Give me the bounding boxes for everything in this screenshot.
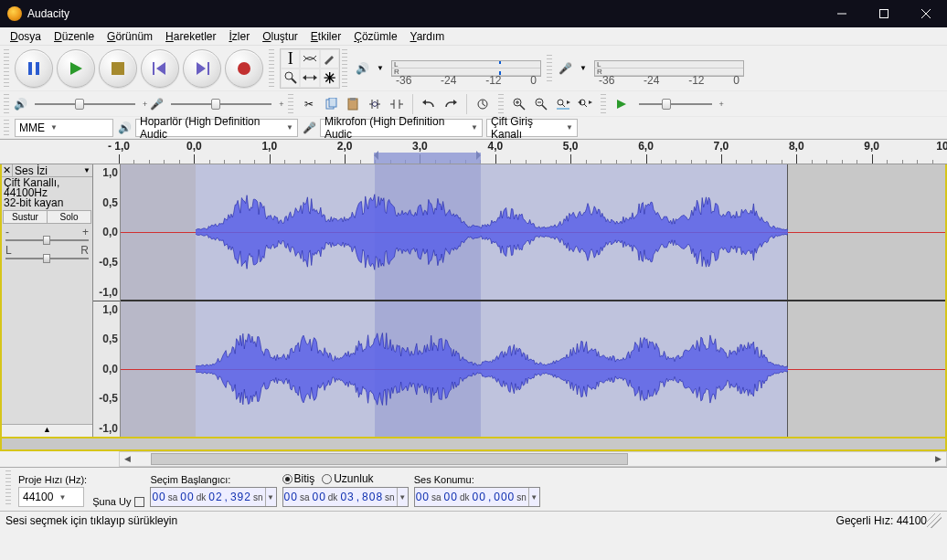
playback-volume-slider[interactable]: 🔊 + — [13, 97, 147, 111]
skip-start-button[interactable] — [141, 49, 179, 88]
tracks-empty-area[interactable] — [0, 438, 947, 451]
toolbar-grip[interactable] — [547, 55, 552, 82]
menu-hareketler[interactable]: Hareketler — [159, 28, 222, 45]
mute-button[interactable]: Sustur — [4, 211, 48, 223]
selection-end-time[interactable]: 00sa 00dk 03,808sn ▼ — [282, 487, 409, 507]
length-radio[interactable]: Uzunluk — [322, 472, 373, 485]
audio-host-combo[interactable]: MME▼ — [15, 119, 113, 137]
track-name[interactable]: Ses İzi — [13, 164, 81, 177]
meter-tick: -24 — [644, 74, 659, 87]
scroll-thumb[interactable] — [151, 453, 628, 465]
play-at-speed-button[interactable] — [612, 94, 632, 114]
menu-dosya[interactable]: Dosya — [4, 28, 48, 45]
meter-dropdown-icon[interactable]: ▼ — [373, 61, 388, 76]
menu-gorunum[interactable]: Görünüm — [101, 28, 159, 45]
record-device-combo[interactable]: Mikrofon (High Definition Audic▼ — [320, 119, 483, 137]
menu-etkiler[interactable]: Etkiler — [304, 28, 347, 45]
scroll-left-button[interactable]: ◀ — [120, 452, 135, 466]
svg-marker-17 — [314, 75, 317, 80]
snap-to-checkbox[interactable] — [134, 497, 144, 507]
fit-project-button[interactable] — [575, 94, 595, 114]
menu-cozumle[interactable]: Çözümle — [347, 28, 403, 45]
svg-rect-11 — [207, 62, 209, 75]
track-collapse-button[interactable]: ▲ — [2, 424, 92, 437]
multi-tool[interactable]: ✳ — [320, 69, 339, 88]
track-pan-slider[interactable]: LR — [5, 244, 89, 260]
record-button[interactable] — [225, 49, 263, 88]
cut-button[interactable]: ✂ — [299, 94, 319, 114]
playback-meter[interactable]: L R -36 -24 -12 0 — [391, 60, 541, 77]
playback-speed-slider[interactable]: + — [633, 100, 724, 109]
selection-start-time[interactable]: 00sa 00dk 02,392sn ▼ — [150, 487, 276, 507]
timeline-ruler[interactable]: - 1,00,01,02,03,04,05,06,07,08,09,010,0 — [0, 139, 947, 164]
sync-lock-button[interactable] — [473, 94, 493, 114]
toolbar-grip[interactable] — [4, 94, 9, 114]
toolbar-grip[interactable] — [269, 49, 274, 88]
svg-marker-22 — [422, 100, 426, 105]
resize-grip[interactable] — [927, 513, 942, 528]
stop-button[interactable] — [99, 49, 137, 88]
svg-line-38 — [584, 104, 587, 107]
skip-end-button[interactable] — [183, 49, 221, 88]
paste-button[interactable] — [343, 94, 363, 114]
solo-button[interactable]: Solo — [48, 211, 90, 223]
timeshift-tool[interactable] — [300, 69, 319, 88]
toolbar-grip[interactable] — [4, 49, 9, 88]
meters: 🔊 ▼ L R -36 -24 -12 0 🎤 ▼ L — [355, 55, 744, 82]
zoom-tool[interactable] — [281, 69, 300, 88]
play-button[interactable] — [57, 49, 95, 88]
record-volume-slider[interactable]: 🎤 + — [149, 97, 283, 111]
svg-marker-23 — [453, 100, 457, 105]
svg-point-13 — [285, 72, 293, 79]
toolbar-grip[interactable] — [342, 49, 347, 88]
fit-selection-button[interactable] — [553, 94, 573, 114]
svg-rect-5 — [36, 62, 39, 75]
track-menu-button[interactable]: ▼ — [81, 166, 92, 174]
scroll-right-button[interactable]: ▶ — [931, 452, 946, 466]
edit-toolbar: ✂ — [297, 94, 409, 114]
vtick: 1,0 — [95, 303, 118, 316]
window-minimize-button[interactable] — [821, 0, 863, 27]
toolbar-grip[interactable] — [601, 94, 606, 114]
end-radio[interactable]: Bitiş — [282, 472, 315, 485]
selection-tool[interactable]: I — [281, 49, 300, 69]
horizontal-scrollbar[interactable]: ◀ ▶ — [119, 451, 947, 467]
undo-button[interactable] — [419, 94, 439, 114]
menu-duzenle[interactable]: Düzenle — [48, 28, 101, 45]
record-meter[interactable]: L R -36 -24 -12 0 — [594, 60, 744, 77]
silence-button[interactable] — [387, 94, 407, 114]
zoom-out-button[interactable] — [531, 94, 551, 114]
copy-button[interactable] — [321, 94, 341, 114]
waveform-left[interactable] — [121, 164, 945, 301]
toolbar-grip[interactable] — [4, 120, 9, 136]
window-close-button[interactable] — [905, 0, 947, 27]
audio-position-time[interactable]: 00sa 00dk 00,000sn ▼ — [414, 487, 540, 507]
track-close-button[interactable]: ✕ — [2, 164, 13, 176]
meter-dropdown-icon[interactable]: ▼ — [576, 61, 591, 76]
window-maximize-button[interactable] — [863, 0, 905, 27]
zoom-in-button[interactable] — [509, 94, 529, 114]
toolbar-grip[interactable] — [498, 94, 504, 114]
menu-yardim[interactable]: Yardım — [404, 28, 452, 45]
menu-izler[interactable]: İzler — [222, 28, 256, 45]
draw-tool[interactable] — [320, 49, 339, 69]
playback-device-combo[interactable]: Hoparlör (High Definition Audic▼ — [135, 119, 298, 137]
separator — [466, 94, 467, 114]
menu-olustur[interactable]: Oluştur — [256, 28, 304, 45]
pause-button[interactable] — [15, 49, 53, 88]
envelope-tool[interactable] — [300, 49, 319, 69]
actual-rate-label: Geçerli Hız: 44100 — [836, 514, 927, 527]
toolbar-grip[interactable] — [5, 470, 11, 507]
redo-button[interactable] — [441, 94, 461, 114]
svg-marker-6 — [70, 62, 82, 75]
vtick: -1,0 — [95, 422, 118, 435]
svg-rect-1 — [880, 10, 888, 18]
waveform-right[interactable] — [121, 301, 945, 437]
track-gain-slider[interactable]: -+ — [5, 226, 89, 242]
record-channels-combo[interactable]: Çift Giriş Kanalı▼ — [486, 119, 578, 137]
project-rate-combo[interactable]: 44100▼ — [18, 487, 84, 507]
microphone-icon: 🎤 — [558, 61, 572, 76]
toolbar-grip[interactable] — [288, 94, 293, 114]
trim-button[interactable] — [365, 94, 385, 114]
waveform-canvases[interactable] — [121, 164, 945, 437]
